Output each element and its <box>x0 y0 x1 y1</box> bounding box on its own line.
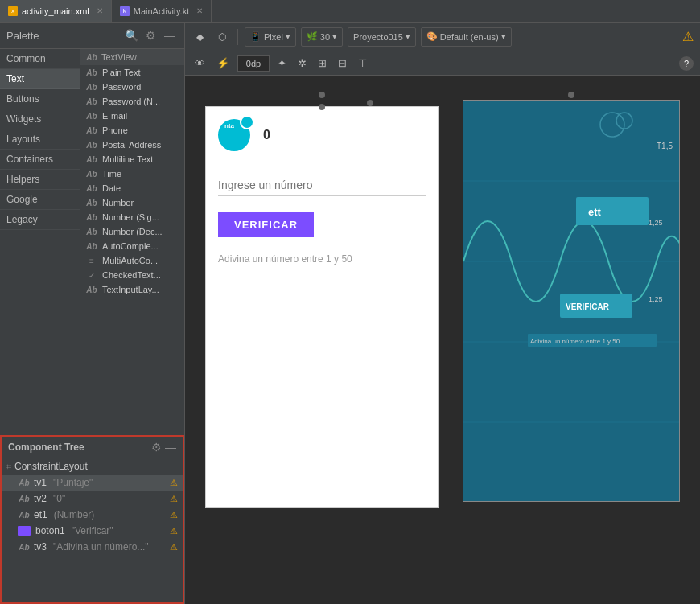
magic-button[interactable]: ✦ <box>274 55 290 71</box>
phone-input-field[interactable] <box>218 175 426 196</box>
palette-item-time[interactable]: Ab Time <box>80 166 184 181</box>
align-button[interactable]: ⊞ <box>315 55 330 71</box>
palette-item-multiline[interactable]: Ab Multiline Text <box>80 152 184 166</box>
tv2-label: tv2 <box>34 493 47 504</box>
tab-label-main-activity: MainActivity.kt <box>134 6 189 16</box>
palette-item-date[interactable]: Ab Date <box>80 181 184 195</box>
tab-activity-main[interactable]: x activity_main.xml ✕ <box>0 0 112 22</box>
category-helpers[interactable]: Helpers <box>0 170 80 190</box>
device-selector[interactable]: 📱 Pixel ▾ <box>245 27 296 47</box>
toolbar-sep-1 <box>237 29 238 45</box>
palette-item-textinput-label: TextInputLay... <box>102 285 159 294</box>
guidelines-button[interactable]: ⊤ <box>355 55 370 71</box>
palette-item-number-dec[interactable]: Ab Number (Dec... <box>80 224 184 239</box>
secondary-toolbar: 👁 ⚡ 0dp ✦ ✲ ⊞ ⊟ ⊤ ? <box>185 51 700 76</box>
theme-label: Default (en-us) <box>440 32 499 42</box>
time-icon: Ab <box>85 170 98 179</box>
category-legacy[interactable]: Legacy <box>0 210 80 230</box>
constraint-layout-label: ConstraintLayout <box>14 461 88 472</box>
api-selector[interactable]: 🌿 30 ▾ <box>301 27 343 47</box>
tree-minimize-button[interactable]: — <box>165 441 176 454</box>
palette-item-multiauto-label: MultiAutoCo... <box>102 256 158 265</box>
number-dec-icon: Ab <box>85 228 98 236</box>
palette-item-multiline-label: Multiline Text <box>102 154 153 164</box>
palette-item-postal-label: Postal Address <box>102 140 161 150</box>
toolbar-warning-icon: ⚠ <box>682 29 694 44</box>
verify-button-preview: VERIFICAR <box>218 212 426 253</box>
category-widgets[interactable]: Widgets <box>0 109 80 129</box>
tree-title: Component Tree <box>8 442 148 453</box>
palette-minimize-button[interactable]: — <box>162 27 178 43</box>
tree-item-boton1[interactable]: boton1 "Verificar" ⚠ <box>2 523 183 539</box>
tab-main-activity[interactable]: k MainActivity.kt ✕ <box>112 0 212 22</box>
category-google[interactable]: Google <box>0 190 80 210</box>
palette-item-multiauto[interactable]: ≡ MultiAutoCo... <box>80 253 184 268</box>
category-containers[interactable]: Containers <box>0 150 80 170</box>
category-buttons[interactable]: Buttons <box>0 89 80 109</box>
palette-categories: Common Text Buttons Widgets Layouts Cont… <box>0 49 80 435</box>
score-value: 0 <box>263 128 270 142</box>
palette-search-button[interactable]: 🔍 <box>123 27 139 43</box>
palette-item-email[interactable]: Ab E-mail <box>80 109 184 123</box>
project-selector[interactable]: Proyecto015 ▾ <box>348 27 416 47</box>
palette-item-checked-text[interactable]: ✓ CheckedText... <box>80 268 184 282</box>
palette-item-number[interactable]: Ab Number <box>80 195 184 210</box>
palette-item-phone[interactable]: Ab Phone <box>80 123 184 138</box>
palette-settings-button[interactable]: ⚙ <box>142 27 159 43</box>
blueprint-view-button[interactable]: ⬡ <box>213 30 231 44</box>
palette-item-phone-label: Phone <box>102 125 128 135</box>
tree-item-constraintlayout[interactable]: ⌗ ConstraintLayout <box>2 458 183 475</box>
eye-button[interactable]: 👁 <box>191 55 208 71</box>
boton1-value: "Verificar" <box>72 525 113 536</box>
connector-top-right <box>367 100 373 106</box>
tree-item-tv2[interactable]: Ab tv2 "0" ⚠ <box>2 491 183 507</box>
pack-button[interactable]: ⊟ <box>335 55 350 71</box>
top-toolbar: ◆ ⬡ 📱 Pixel ▾ 🌿 30 ▾ Proyecto015 ▾ 🎨 <box>185 23 700 51</box>
main-container: Palette 🔍 ⚙ — Common Text Buttons Widget… <box>0 23 700 604</box>
tree-item-tv1[interactable]: Ab tv1 "Puntaje" ⚠ <box>2 475 183 491</box>
category-common[interactable]: Common <box>0 49 80 69</box>
palette-item-password-n[interactable]: Ab Password (N... <box>80 94 184 109</box>
tv2-ab-icon: Ab <box>18 495 31 503</box>
tree-item-tv3[interactable]: Ab tv3 "Adivina un número..." ⚠ <box>2 539 183 555</box>
tree-header: Component Tree ⚙ — <box>2 437 183 458</box>
category-text[interactable]: Text <box>0 69 80 89</box>
tab-close-activity-main[interactable]: ✕ <box>97 6 103 15</box>
score-circle-label: nta <box>224 122 234 129</box>
category-layouts[interactable]: Layouts <box>0 129 80 150</box>
palette-item-time-label: Time <box>102 169 121 179</box>
palette-section-label: TextView <box>101 52 137 62</box>
et1-value: (Number) <box>54 509 95 520</box>
design-view-button[interactable]: ◆ <box>191 30 208 44</box>
right-panel: ◆ ⬡ 📱 Pixel ▾ 🌿 30 ▾ Proyecto015 ▾ 🎨 <box>185 23 700 604</box>
help-button[interactable]: ? <box>679 56 694 71</box>
dark-preview-container: T1,5 1,25 1,25 ett VERIFICAR Adivina un … <box>463 92 680 502</box>
tree-settings-button[interactable]: ⚙ <box>151 441 162 454</box>
palette-item-textinput[interactable]: Ab TextInputLay... <box>80 282 184 297</box>
palette-item-autocomplete[interactable]: Ab AutoComple... <box>80 239 184 253</box>
boton1-icon <box>18 526 31 536</box>
tab-close-main-activity[interactable]: ✕ <box>196 6 203 15</box>
svg-rect-8 <box>576 197 649 225</box>
palette-item-postal[interactable]: Ab Postal Address <box>80 138 184 152</box>
palette-header: Palette 🔍 ⚙ — <box>0 23 184 49</box>
tree-item-et1[interactable]: Ab et1 (Number) ⚠ <box>2 507 183 523</box>
palette-item-number-label: Number <box>102 198 134 207</box>
verify-btn-light[interactable]: VERIFICAR <box>218 212 314 237</box>
email-icon: Ab <box>85 112 98 121</box>
tv3-ab-icon: Ab <box>18 543 31 552</box>
palette-item-number-sig[interactable]: Ab Number (Sig... <box>80 210 184 224</box>
margin-input[interactable]: 0dp <box>237 55 270 72</box>
theme-selector[interactable]: 🎨 Default (en-us) ▾ <box>421 27 512 47</box>
sparkle-button[interactable]: ✲ <box>294 55 310 71</box>
palette-item-plaintext[interactable]: Ab Plain Text <box>80 65 184 80</box>
left-panel: Palette 🔍 ⚙ — Common Text Buttons Widget… <box>0 23 185 604</box>
phone-preview-light: nta 0 VERIFICAR Adivina un número entre … <box>205 106 439 508</box>
connector-anchor-top <box>319 104 325 110</box>
score-display: nta <box>218 119 250 151</box>
light-preview-container: nta 0 VERIFICAR Adivina un número entre … <box>205 92 439 508</box>
palette-item-password[interactable]: Ab Password <box>80 80 184 94</box>
tv1-value: "Puntaje" <box>53 477 93 488</box>
palette-item-checked-text-label: CheckedText... <box>102 270 161 280</box>
error-button[interactable]: ⚡ <box>213 55 233 71</box>
